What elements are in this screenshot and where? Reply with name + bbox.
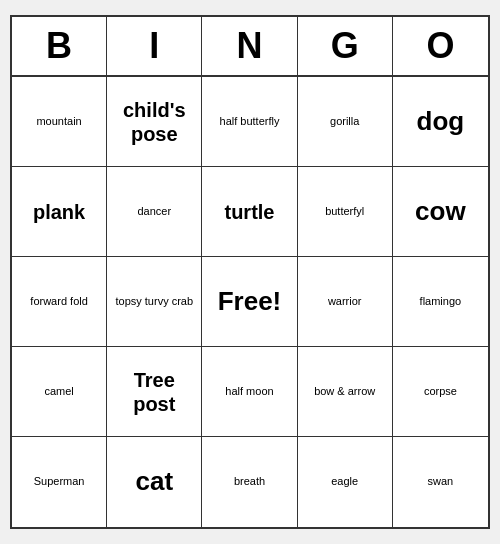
cell-label: dog (417, 106, 465, 137)
cell-label: camel (44, 385, 73, 398)
bingo-card: BINGO mountainchild's posehalf butterfly… (10, 15, 490, 529)
header-letter: B (12, 17, 107, 75)
bingo-grid: mountainchild's posehalf butterflygorill… (12, 77, 488, 527)
header-letter: O (393, 17, 488, 75)
bingo-cell: camel (12, 347, 107, 437)
bingo-cell: Tree post (107, 347, 202, 437)
bingo-cell: swan (393, 437, 488, 527)
cell-label: cow (415, 196, 466, 227)
cell-label: bow & arrow (314, 385, 375, 398)
cell-label: dancer (137, 205, 171, 218)
cell-label: plank (33, 200, 85, 224)
cell-label: butterfyl (325, 205, 364, 218)
cell-label: corpse (424, 385, 457, 398)
cell-label: topsy turvy crab (115, 295, 193, 308)
cell-label: gorilla (330, 115, 359, 128)
bingo-cell: bow & arrow (298, 347, 393, 437)
bingo-cell: forward fold (12, 257, 107, 347)
header-letter: N (202, 17, 297, 75)
cell-label: turtle (224, 200, 274, 224)
header-letter: G (298, 17, 393, 75)
cell-label: forward fold (30, 295, 87, 308)
cell-label: warrior (328, 295, 362, 308)
bingo-cell: turtle (202, 167, 297, 257)
cell-label: Free! (218, 286, 282, 317)
cell-label: swan (428, 475, 454, 488)
cell-label: child's pose (111, 98, 197, 146)
bingo-cell: corpse (393, 347, 488, 437)
bingo-cell: topsy turvy crab (107, 257, 202, 347)
cell-label: half butterfly (220, 115, 280, 128)
bingo-cell: warrior (298, 257, 393, 347)
cell-label: eagle (331, 475, 358, 488)
bingo-cell: Free! (202, 257, 297, 347)
cell-label: flamingo (420, 295, 462, 308)
bingo-cell: mountain (12, 77, 107, 167)
cell-label: mountain (36, 115, 81, 128)
bingo-cell: butterfyl (298, 167, 393, 257)
cell-label: cat (136, 466, 174, 497)
cell-label: breath (234, 475, 265, 488)
bingo-cell: half butterfly (202, 77, 297, 167)
bingo-cell: gorilla (298, 77, 393, 167)
bingo-cell: plank (12, 167, 107, 257)
bingo-cell: flamingo (393, 257, 488, 347)
bingo-cell: eagle (298, 437, 393, 527)
bingo-cell: Superman (12, 437, 107, 527)
bingo-cell: cat (107, 437, 202, 527)
cell-label: half moon (225, 385, 273, 398)
bingo-cell: dancer (107, 167, 202, 257)
bingo-header: BINGO (12, 17, 488, 77)
cell-label: Tree post (111, 368, 197, 416)
bingo-cell: cow (393, 167, 488, 257)
bingo-cell: dog (393, 77, 488, 167)
bingo-cell: half moon (202, 347, 297, 437)
cell-label: Superman (34, 475, 85, 488)
bingo-cell: child's pose (107, 77, 202, 167)
header-letter: I (107, 17, 202, 75)
bingo-cell: breath (202, 437, 297, 527)
